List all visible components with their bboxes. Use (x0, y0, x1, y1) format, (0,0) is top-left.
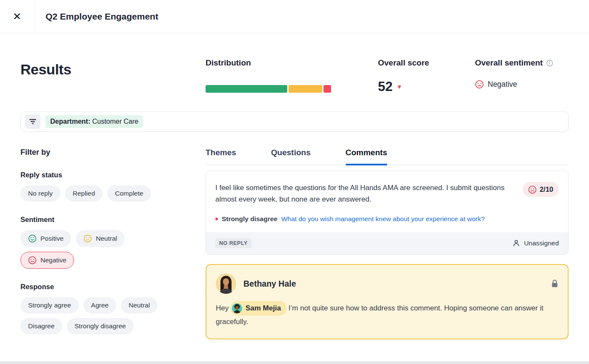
comment-score-value: 2/10 (540, 185, 553, 193)
neutral-pill-label: Neutral (96, 235, 117, 242)
response-label: Response (20, 283, 206, 291)
tab-themes[interactable]: Themes (206, 148, 236, 165)
department-filter-chip[interactable]: Department: Customer Care (46, 115, 143, 128)
reply-card: Bethany Hale Hey (206, 264, 569, 339)
results-header: Results Distribution Overall score 52 ▼ … (20, 58, 569, 94)
filter-pill-neutral-response[interactable]: Neutral (121, 297, 157, 313)
comment-score-badge: 2/10 (523, 182, 559, 197)
distribution-segment-neutral (289, 85, 323, 93)
avatar-sam-mejia (232, 303, 242, 313)
tab-comments[interactable]: Comments (346, 148, 387, 165)
neutral-face-icon (83, 234, 92, 243)
sentiment-group: Sentiment Positive Neutral (20, 216, 206, 269)
survey-results-modal: ✕ Q2 Employee Engagement Results Distrib… (0, 0, 589, 364)
close-button[interactable]: ✕ (0, 0, 34, 33)
negative-pill-label: Negative (40, 256, 66, 264)
filter-pill-strongly-disagree[interactable]: Strongly disagree (67, 318, 134, 334)
filter-pill-disagree[interactable]: Disagree (20, 318, 62, 334)
person-icon (512, 239, 520, 247)
filter-pill-complete[interactable]: Complete (107, 185, 151, 202)
results-main: Themes Questions Comments I feel like so… (206, 148, 569, 339)
reply-greeting: Hey (216, 304, 229, 312)
overall-score-label: Overall score (378, 58, 475, 68)
info-icon[interactable] (546, 60, 553, 67)
topbar: ✕ Q2 Employee Engagement (0, 0, 589, 33)
department-filter-label: Department: (50, 118, 90, 125)
positive-pill-label: Positive (40, 235, 63, 242)
mention-sam-mejia[interactable]: Sam Mejia (231, 301, 286, 316)
filter-sidebar: Filter by Reply status No reply Replied … (20, 148, 206, 339)
distribution-bar (206, 85, 331, 93)
tab-bar: Themes Questions Comments (206, 148, 569, 165)
reply-status-label: Reply status (20, 171, 206, 179)
survey-title: Q2 Employee Engagement (46, 11, 158, 22)
close-icon: ✕ (13, 11, 21, 23)
reply-message: Hey (216, 301, 558, 328)
filter-pill-agree[interactable]: Agree (83, 297, 116, 313)
comment-footer: NO REPLY Unassigned (206, 232, 568, 254)
comment-card: I feel like sometimes the questions for … (206, 171, 569, 255)
distribution-label: Distribution (206, 58, 378, 68)
filter-pill-neutral-sentiment[interactable]: Neutral (76, 230, 125, 247)
bottom-page-edge (0, 361, 589, 364)
filter-pill-negative[interactable]: Negative (20, 252, 74, 269)
comment-text: I feel like sometimes the questions for … (215, 182, 513, 205)
filter-pill-replied[interactable]: Replied (65, 185, 103, 202)
avatar-bethany-hale (216, 273, 236, 294)
distribution-segment-positive (206, 85, 287, 93)
reply-status-group: Reply status No reply Replied Complete (20, 171, 206, 202)
comment-response-label: Strongly disagree (222, 215, 277, 223)
trend-down-icon: ▼ (396, 83, 402, 90)
assignee-value: Unassigned (524, 239, 559, 247)
filter-pill-positive[interactable]: Positive (20, 230, 71, 247)
negative-face-icon (475, 80, 484, 89)
response-bullet (215, 218, 218, 220)
filter-pill-strongly-agree[interactable]: Strongly agree (20, 297, 79, 313)
tab-questions[interactable]: Questions (271, 148, 311, 165)
department-filter-value: Customer Care (92, 118, 138, 125)
reply-status-badge: NO REPLY (215, 238, 252, 248)
filter-icon (29, 119, 37, 125)
filter-button[interactable] (25, 114, 40, 129)
sentiment-label: Sentiment (20, 216, 206, 224)
distribution-segment-negative (323, 85, 331, 93)
assignee-control[interactable]: Unassigned (512, 239, 559, 247)
response-group: Response Strongly agree Agree Neutral Di… (20, 283, 206, 334)
negative-face-icon (28, 256, 37, 264)
overall-sentiment-value: Negative (488, 80, 517, 89)
question-link[interactable]: What do you wish management knew about y… (281, 215, 485, 223)
filter-by-title: Filter by (20, 148, 206, 157)
mention-name: Sam Mejia (246, 302, 281, 315)
page-title: Results (20, 61, 206, 78)
active-filters-bar: Department: Customer Care (20, 111, 569, 132)
filter-pill-no-reply[interactable]: No reply (20, 185, 60, 202)
positive-face-icon (28, 234, 37, 243)
overall-score-value: 52 (378, 79, 392, 94)
overall-sentiment-label: Overall sentiment (475, 58, 543, 68)
lock-icon (551, 279, 558, 288)
negative-face-icon (528, 185, 537, 194)
reply-author-name: Bethany Hale (243, 279, 544, 289)
